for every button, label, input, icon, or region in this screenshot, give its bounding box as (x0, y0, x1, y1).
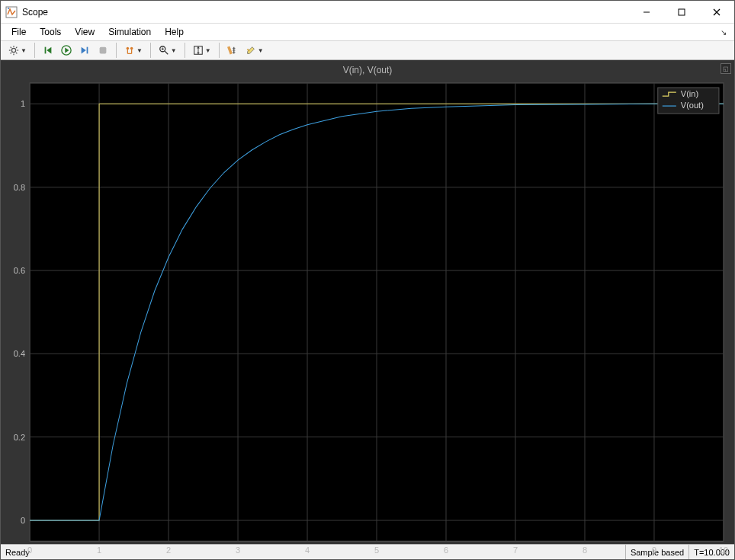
svg-text:0.4: 0.4 (14, 349, 25, 358)
svg-line-14 (16, 47, 17, 48)
plot-expand-button[interactable]: ◱ (721, 63, 731, 74)
svg-point-1 (8, 8, 9, 9)
chevron-down-icon: ▼ (205, 47, 211, 54)
stop-button[interactable] (95, 42, 111, 59)
svg-text:V(in): V(in) (681, 89, 698, 98)
app-icon (5, 6, 18, 18)
svg-marker-16 (47, 47, 51, 54)
chevron-down-icon: ▼ (136, 47, 143, 54)
highlight-button[interactable]: ▼ (242, 42, 267, 59)
chevron-down-icon: ▼ (21, 47, 27, 54)
svg-text:9: 9 (652, 546, 656, 555)
svg-text:6: 6 (444, 546, 448, 555)
autoscale-button[interactable]: ▼ (190, 42, 214, 59)
svg-point-23 (130, 47, 133, 50)
menu-help[interactable]: Help (159, 25, 190, 39)
svg-text:3: 3 (236, 546, 240, 555)
svg-rect-21 (100, 47, 107, 54)
svg-marker-18 (65, 48, 69, 53)
chart-canvas[interactable]: 01234567891000.20.40.60.81V(in)V(out) (1, 77, 734, 560)
title-bar: Scope (1, 1, 734, 24)
svg-text:0.6: 0.6 (14, 266, 25, 275)
svg-text:4: 4 (305, 546, 310, 555)
stop-icon (98, 45, 108, 56)
window-controls (629, 1, 734, 24)
svg-text:1: 1 (97, 546, 101, 555)
menu-file[interactable]: File (5, 25, 32, 39)
chevron-down-icon: ▼ (171, 47, 177, 54)
svg-text:1: 1 (21, 99, 25, 108)
maximize-button[interactable] (664, 1, 699, 24)
menu-simulation[interactable]: Simulation (102, 25, 157, 39)
svg-text:0.8: 0.8 (14, 183, 25, 192)
svg-point-6 (11, 48, 15, 52)
ruler-icon (227, 45, 238, 56)
menu-tools[interactable]: Tools (34, 25, 67, 39)
play-icon (61, 45, 72, 56)
menubar-overflow-icon[interactable]: ↘ (721, 28, 730, 37)
svg-text:0: 0 (27, 546, 32, 555)
run-button[interactable] (58, 42, 75, 59)
highlight-icon (246, 45, 256, 56)
measurements-button[interactable] (224, 42, 241, 59)
svg-rect-35 (227, 46, 233, 54)
gear-icon (8, 45, 19, 56)
svg-text:V(out): V(out) (681, 101, 704, 110)
svg-marker-19 (82, 47, 86, 54)
close-button[interactable] (699, 1, 734, 24)
autoscale-icon (193, 45, 204, 56)
zoom-button[interactable]: ▼ (156, 42, 180, 59)
triggers-button[interactable]: ▼ (121, 42, 146, 59)
plot-area: V(in), V(out) ◱ 01234567891000.20.40.60.… (1, 60, 734, 544)
svg-line-28 (165, 51, 168, 54)
svg-text:0: 0 (21, 516, 25, 525)
step-forward-icon (79, 45, 90, 56)
svg-text:8: 8 (583, 546, 587, 555)
step-back-icon (43, 45, 53, 56)
titlebar-left: Scope (5, 6, 48, 18)
plot-title: V(in), V(out) (1, 65, 734, 75)
svg-text:2: 2 (166, 546, 171, 555)
svg-rect-3 (679, 9, 685, 15)
toolbar: ▼ ▼ ▼ ▼ (1, 40, 734, 60)
menu-view[interactable]: View (69, 25, 101, 39)
svg-point-22 (127, 47, 130, 50)
svg-text:7: 7 (513, 546, 518, 555)
svg-text:10: 10 (719, 546, 728, 555)
chevron-down-icon: ▼ (258, 47, 264, 54)
configure-button[interactable]: ▼ (5, 42, 30, 59)
zoom-icon (159, 45, 169, 56)
minimize-button[interactable] (629, 1, 664, 24)
menu-bar: File Tools View Simulation Help ↘ (1, 24, 734, 40)
svg-text:5: 5 (374, 546, 379, 555)
svg-line-13 (11, 53, 11, 53)
step-forward-button[interactable] (76, 42, 93, 59)
svg-line-11 (11, 47, 11, 48)
window-title: Scope (22, 7, 48, 18)
svg-line-12 (16, 53, 17, 53)
svg-text:0.2: 0.2 (14, 433, 25, 442)
scope-window: Scope File Tools View Simulation Help ↘ … (0, 0, 735, 560)
triggers-icon (124, 45, 135, 56)
step-back-button[interactable] (40, 42, 56, 59)
